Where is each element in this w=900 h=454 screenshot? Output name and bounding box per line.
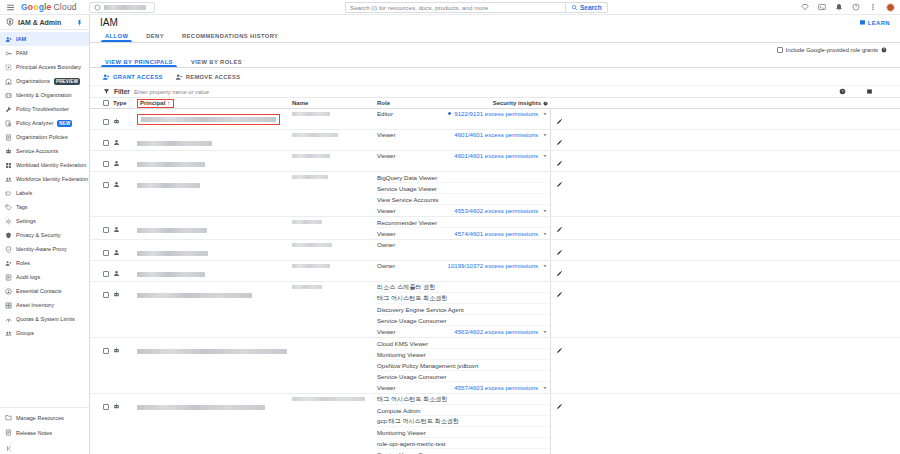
table-body: Editor9122/9131 excess permissionsViewer…: [90, 109, 900, 454]
tab-recommendations-history[interactable]: RECOMMENDATIONS HISTORY: [173, 30, 287, 42]
topbar-actions: ?: [801, 3, 895, 12]
edit-principal-icon[interactable]: [556, 249, 563, 256]
sidebar-item-iam[interactable]: IAM: [0, 32, 89, 46]
insights-dropdown-icon[interactable]: [540, 111, 550, 117]
sidebar-item-audit-logs[interactable]: Audit logs: [0, 270, 89, 284]
search-input[interactable]: [345, 2, 565, 13]
edit-principal-icon[interactable]: [556, 291, 563, 298]
doc-list-icon: [5, 429, 12, 436]
include-grants-help-icon[interactable]: ?: [881, 47, 887, 53]
edit-principal-icon[interactable]: [556, 181, 563, 188]
grant-access-button[interactable]: GRANT ACCESS: [102, 73, 163, 81]
row-checkbox[interactable]: [103, 119, 109, 125]
free-trial-gem-icon[interactable]: [801, 3, 809, 11]
sidebar-item-release-notes[interactable]: Release Notes: [0, 425, 89, 440]
notifications-icon[interactable]: [835, 3, 843, 11]
sidebar-item-roles[interactable]: Roles: [0, 256, 89, 270]
avatar[interactable]: [886, 3, 895, 12]
row-checkbox[interactable]: [103, 292, 109, 298]
filter-help-icon[interactable]: ?: [839, 88, 846, 95]
security-insights-link[interactable]: 4601/4601 excess permissions: [454, 131, 538, 138]
security-insights-link[interactable]: 10199/10372 excess permissions: [448, 262, 538, 269]
row-checkbox[interactable]: [103, 227, 109, 233]
insights-dropdown-icon[interactable]: [540, 231, 550, 237]
column-options-icon[interactable]: [866, 88, 873, 95]
row-checkbox[interactable]: [103, 250, 109, 256]
sidebar-item-workforce-identity-federation[interactable]: Workforce Identity Federation: [0, 172, 89, 186]
sidebar-footer: Manage ResourcesRelease Notes: [0, 407, 89, 442]
sidebar-item-essential-contacts[interactable]: Essential Contacts: [0, 284, 89, 298]
help-icon[interactable]: ?: [852, 3, 860, 11]
more-options-icon[interactable]: [869, 3, 877, 11]
sidebar-item-manage-resources[interactable]: Manage Resources: [0, 410, 89, 425]
collapse-sidebar-icon[interactable]: [6, 445, 13, 452]
row-checkbox[interactable]: [103, 348, 109, 354]
sidebar-item-labels[interactable]: Labels: [0, 186, 89, 200]
remove-access-button[interactable]: REMOVE ACCESS: [175, 73, 241, 81]
insights-dropdown-icon[interactable]: [540, 385, 550, 391]
sidebar-item-identity-aware-proxy[interactable]: Identity-Aware Proxy: [0, 242, 89, 256]
tab-allow[interactable]: ALLOW: [96, 30, 137, 42]
edit-principal-icon[interactable]: [556, 403, 563, 410]
sidebar-item-service-accounts[interactable]: Service Accounts: [0, 144, 89, 158]
person-add-icon: [5, 36, 12, 43]
row-checkbox[interactable]: [103, 140, 109, 146]
security-insights-link[interactable]: 4563/4602 excess permissions: [454, 328, 538, 335]
sidebar-item-quotas-system-limits[interactable]: Quotas & System Limits: [0, 312, 89, 326]
security-insights-link[interactable]: 9122/9131 excess permissions: [454, 110, 538, 117]
sidebar-item-principal-access-boundary[interactable]: Principal Access Boundary: [0, 60, 89, 74]
select-all-checkbox[interactable]: [103, 100, 109, 106]
security-insights-link[interactable]: 4557/4603 excess permissions: [454, 384, 538, 391]
sidebar-item-asset-inventory[interactable]: Asset Inventory: [0, 298, 89, 312]
insights-dropdown-icon[interactable]: [540, 153, 550, 159]
row-checkbox[interactable]: [103, 404, 109, 410]
sidebar-item-tags[interactable]: Tags: [0, 200, 89, 214]
row-checkbox[interactable]: [103, 182, 109, 188]
tab-view-by-principals[interactable]: VIEW BY PRINCIPALS: [96, 56, 182, 67]
pin-icon[interactable]: [76, 19, 83, 26]
security-insights-link[interactable]: 4553/4602 excess permissions: [454, 207, 538, 214]
insights-dropdown-icon[interactable]: [540, 208, 550, 214]
project-selector[interactable]: [89, 2, 155, 13]
role-name: role-opt-agent-metric-test: [377, 440, 445, 447]
edit-principal-icon[interactable]: [556, 270, 563, 277]
security-insights-link[interactable]: 4601/4601 excess permissions: [454, 152, 538, 159]
insights-dropdown-icon[interactable]: [540, 329, 550, 335]
edit-principal-icon[interactable]: [556, 226, 563, 233]
sidebar-item-identity-organization[interactable]: Identity & Organization: [0, 88, 89, 102]
security-insights-link[interactable]: 4574/4601 excess permissions: [454, 230, 538, 237]
cloud-shell-icon[interactable]: [818, 3, 826, 11]
sidebar-item-groups[interactable]: Groups: [0, 326, 89, 340]
col-header-name[interactable]: Name: [292, 100, 377, 106]
col-header-type[interactable]: Type: [113, 100, 137, 106]
sidebar-item-organizations[interactable]: OrganizationsPREVIEW: [0, 74, 89, 88]
role-name: Owner: [377, 262, 395, 269]
sidebar-item-policy-analyzer[interactable]: Policy AnalyzerNEW: [0, 116, 89, 130]
sidebar-item-pam[interactable]: PAM: [0, 46, 89, 60]
row-checkbox[interactable]: [103, 271, 109, 277]
col-header-role[interactable]: Role: [377, 100, 390, 106]
edit-principal-icon[interactable]: [556, 347, 563, 354]
edit-principal-icon[interactable]: [556, 139, 563, 146]
sidebar-item-settings[interactable]: Settings: [0, 214, 89, 228]
filter-input[interactable]: Enter property name or value: [134, 89, 209, 95]
insights-help-icon[interactable]: ?: [543, 101, 548, 106]
sidebar-item-workload-identity-federation[interactable]: Workload Identity Federation: [0, 158, 89, 172]
insights-dropdown-icon[interactable]: [540, 263, 550, 269]
sidebar-item-privacy-security[interactable]: Privacy & Security: [0, 228, 89, 242]
insights-dropdown-icon[interactable]: [540, 132, 550, 138]
row-checkbox[interactable]: [103, 161, 109, 167]
tab-view-by-roles[interactable]: VIEW BY ROLES: [182, 56, 251, 67]
edit-principal-icon[interactable]: [556, 160, 563, 167]
sidebar-item-organization-policies[interactable]: Organization Policies: [0, 130, 89, 144]
search-button[interactable]: Search: [565, 2, 608, 13]
col-header-insights[interactable]: Security insights: [493, 100, 541, 106]
learn-link[interactable]: LEARN: [859, 19, 890, 26]
sidebar-item-policy-troubleshooter[interactable]: Policy Troubleshooter: [0, 102, 89, 116]
sidebar-item-label: Roles: [16, 260, 30, 266]
menu-icon[interactable]: [6, 3, 15, 12]
edit-principal-icon[interactable]: [556, 118, 563, 125]
include-grants-checkbox[interactable]: [777, 47, 783, 53]
tab-deny[interactable]: DENY: [137, 30, 173, 42]
col-header-principal[interactable]: Principal ↑: [137, 99, 292, 108]
